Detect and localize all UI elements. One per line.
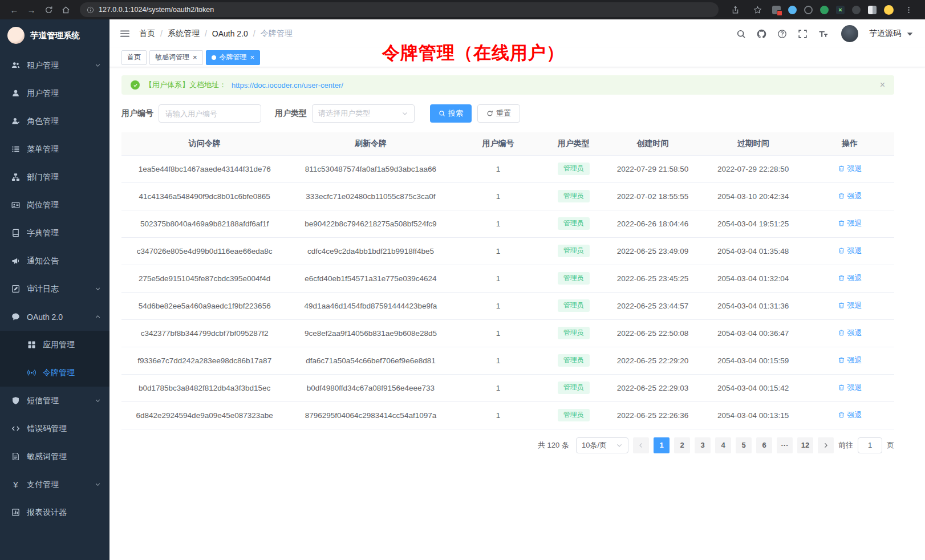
forward-icon[interactable]: → (24, 2, 39, 17)
user-name[interactable]: 芋道源码 (869, 29, 901, 39)
sidebar-item-sms[interactable]: 短信管理 (0, 387, 109, 415)
sidebar-item-oauth2[interactable]: OAuth 2.0 (0, 303, 109, 331)
tab-token[interactable]: 令牌管理× (206, 50, 261, 65)
table-row: 275e5de9151045fe87cbdc395e004f4de6cfd40e… (121, 265, 894, 292)
page-size-select[interactable]: 10条/页 (576, 437, 628, 453)
sidebar-item-report-designer[interactable]: 报表设计器 (0, 498, 109, 526)
info-icon[interactable] (87, 6, 94, 14)
hamburger-icon[interactable] (120, 29, 130, 39)
close-icon[interactable]: × (250, 54, 255, 61)
goto-page-input[interactable] (858, 437, 882, 453)
sidebar-item-role[interactable]: 角色管理 (0, 107, 109, 135)
search-button[interactable]: 搜索 (430, 104, 472, 123)
back-icon[interactable]: ← (7, 2, 22, 17)
page-button-4[interactable]: 4 (715, 437, 731, 453)
menu-dots-icon[interactable] (901, 2, 916, 17)
extension-icon[interactable] (820, 6, 829, 14)
user-type-badge: 管理员 (558, 382, 590, 394)
force-logout-button[interactable]: 强退 (838, 301, 862, 311)
fontsize-icon[interactable] (818, 29, 828, 39)
sidebar-item-audit-log[interactable]: 审计日志 (0, 275, 109, 303)
expire-time-cell: 2054-03-10 20:42:34 (701, 182, 805, 210)
force-logout-button[interactable]: 强退 (838, 246, 862, 256)
force-logout-button[interactable]: 强退 (838, 218, 862, 229)
force-logout-button[interactable]: 强退 (838, 410, 862, 420)
question-icon[interactable] (777, 29, 787, 39)
share-icon[interactable] (728, 2, 743, 17)
close-icon[interactable]: × (880, 80, 885, 90)
sidebar-item-user[interactable]: 用户管理 (0, 79, 109, 107)
access-token-cell: 275e5de9151045fe87cbdc395e004f4d (121, 265, 287, 292)
sidebar-item-sensitive-word[interactable]: 敏感词管理 (0, 443, 109, 470)
page-button-1[interactable]: 1 (654, 437, 670, 453)
url-bar[interactable]: 127.0.0.1:1024/system/oauth2/token (80, 2, 719, 17)
sidebar-item-oauth2-app[interactable]: 应用管理 (0, 331, 109, 359)
breadcrumb-item[interactable]: 首页 (139, 29, 155, 39)
force-logout-button[interactable]: 强退 (838, 191, 862, 201)
close-icon[interactable]: × (193, 54, 197, 61)
reload-icon[interactable] (41, 2, 56, 17)
fullscreen-icon[interactable] (798, 29, 808, 39)
sidebar-item-dept[interactable]: 部门管理 (0, 163, 109, 191)
tab-home[interactable]: 首页 (121, 50, 147, 65)
sidebar-item-notice[interactable]: 通知公告 (0, 247, 109, 275)
content: 【用户体系】文档地址： https://doc.iocoder.cn/user-… (109, 67, 925, 560)
table-header-row: 访问令牌刷新令牌用户编号用户类型创建时间过期时间操作 (121, 132, 894, 155)
breadcrumb-item[interactable]: OAuth 2.0 (212, 29, 248, 38)
force-logout-button[interactable]: 强退 (838, 328, 862, 338)
sidebar-item-oauth2-token[interactable]: 令牌管理 (0, 359, 109, 387)
logo[interactable]: 芋道管理系统 (0, 19, 109, 51)
prev-page-button[interactable] (633, 437, 649, 453)
user-type-select[interactable]: 请选择用户类型 (312, 104, 415, 123)
filter-bar: 用户编号 用户类型 请选择用户类型 搜索 重置 (121, 104, 894, 123)
access-token-cell: b0d1785bc3a8482f812db4a3f3bd15ec (121, 374, 287, 401)
sidebar-item-menu[interactable]: 菜单管理 (0, 135, 109, 163)
extension-icon[interactable] (788, 6, 797, 14)
caret-down-icon[interactable] (905, 29, 915, 39)
user-type-badge: 管理员 (558, 272, 590, 285)
page-button-3[interactable]: 3 (695, 437, 711, 453)
delete-icon (838, 247, 845, 254)
user-type-cell: 管理员 (542, 374, 604, 401)
extension-icon[interactable] (852, 6, 861, 14)
page-button-6[interactable]: 6 (756, 437, 772, 453)
extension-icon[interactable] (868, 6, 877, 14)
home-icon[interactable] (58, 2, 73, 17)
extension-icon[interactable] (772, 6, 781, 14)
sidebar-item-error-code[interactable]: 错误码管理 (0, 415, 109, 443)
reset-button[interactable]: 重置 (477, 104, 520, 123)
alert-link[interactable]: https://doc.iocoder.cn/user-center/ (232, 81, 343, 90)
user-id-input[interactable] (159, 104, 261, 123)
force-logout-label: 强退 (847, 273, 862, 283)
sidebar-item-dict[interactable]: 字典管理 (0, 219, 109, 247)
access-token-cell: c347026e805e4d99b0d116eae66eda8c (121, 237, 287, 265)
search-icon[interactable] (736, 29, 746, 39)
table-row: f9336e7c7dd242a283ee98dc86b17a87dfa6c71a… (121, 347, 894, 374)
force-logout-button[interactable]: 强退 (838, 164, 862, 174)
tab-sensitive-word[interactable]: 敏感词管理× (149, 50, 203, 65)
page-button-2[interactable]: 2 (674, 437, 690, 453)
profile-avatar[interactable] (884, 5, 894, 15)
star-icon[interactable] (750, 2, 765, 17)
page-button-5[interactable]: 5 (736, 437, 752, 453)
next-page-button[interactable] (818, 437, 834, 453)
user-avatar[interactable] (841, 25, 858, 42)
page-ellipsis[interactable]: ··· (777, 437, 793, 453)
sidebar-item-tenant[interactable]: 租户管理 (0, 51, 109, 79)
force-logout-button[interactable]: 强退 (838, 383, 862, 393)
force-logout-button[interactable]: 强退 (838, 355, 862, 366)
goto-suffix: 页 (887, 440, 894, 451)
check-icon (131, 80, 140, 90)
force-logout-button[interactable]: 强退 (838, 273, 862, 283)
github-icon[interactable] (757, 29, 766, 39)
search-button-label: 搜索 (448, 108, 463, 119)
breadcrumb-separator: / (160, 29, 163, 38)
breadcrumb-item[interactable]: 系统管理 (168, 29, 200, 39)
sidebar-item-pay[interactable]: ¥支付管理 (0, 470, 109, 498)
page-button-12[interactable]: 12 (797, 437, 813, 453)
sidebar-item-label: 敏感词管理 (27, 452, 67, 462)
extension-icon[interactable] (836, 6, 845, 14)
extension-icon[interactable] (804, 6, 813, 14)
create-time-cell: 2022-06-25 22:26:36 (605, 401, 701, 429)
sidebar-item-post[interactable]: 岗位管理 (0, 191, 109, 219)
